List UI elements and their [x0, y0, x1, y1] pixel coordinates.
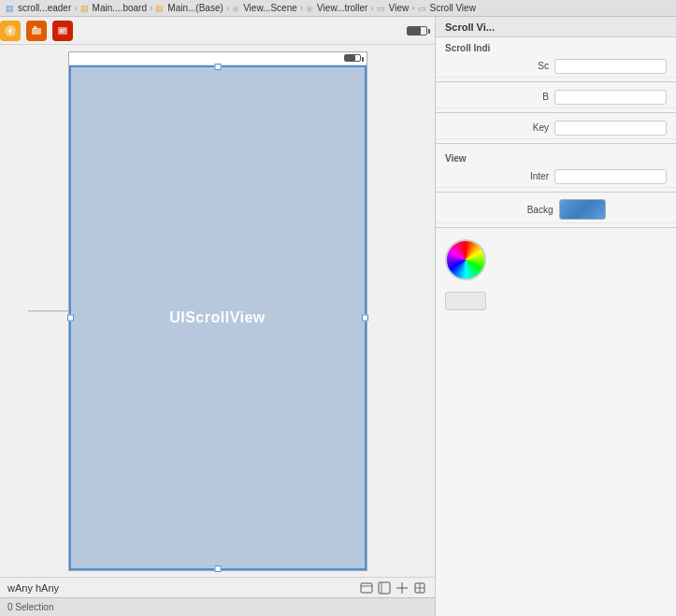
panel-title-label: Scroll Vi... [445, 21, 495, 33]
breadcrumb-label-7: Scroll View [430, 3, 476, 13]
handle-top[interactable] [214, 64, 221, 70]
phone-frame: UIScrollView [68, 51, 367, 571]
breadcrumb-sep-3: › [226, 3, 229, 13]
key-label: Key [445, 122, 554, 133]
breadcrumb-item-3[interactable]: ▤ Main...(Base) [154, 3, 223, 13]
view-section-label: View [436, 148, 676, 165]
key-row: Key [436, 117, 676, 139]
breadcrumb-item-6[interactable]: ▭ View [376, 3, 410, 13]
breadcrumb-label-1: scroll...eader [18, 3, 71, 13]
color-wheel[interactable] [445, 239, 486, 280]
handle-left[interactable] [67, 314, 74, 321]
breadcrumb-sep-2: › [150, 3, 152, 13]
size-icon-2[interactable] [377, 580, 392, 595]
divider-2 [436, 112, 676, 113]
divider-1 [436, 81, 676, 82]
breadcrumb-item-5[interactable]: ◉ View...troller [305, 3, 368, 13]
breadcrumb-sep-1: › [74, 3, 77, 13]
key-value [554, 121, 667, 136]
battery-fill [408, 27, 421, 35]
scene-icon: ◉ [232, 4, 239, 13]
scroll-view-label: UIScrollView [169, 309, 266, 326]
status-footer: 0 Selection [0, 597, 435, 616]
breadcrumb-sep-6: › [411, 3, 414, 13]
handle-right[interactable] [362, 314, 368, 321]
svg-rect-3 [58, 27, 67, 35]
breadcrumb-label-4: View...Scene [243, 3, 297, 13]
right-panel: Scroll Vi... Scroll Indi Sc B Key [435, 17, 676, 616]
size-icon-1[interactable] [359, 580, 374, 595]
folder-icon: ▤ [6, 4, 14, 13]
inter-label: Inter [445, 171, 554, 181]
color-preset-area [436, 288, 676, 314]
red-toolbar-icon[interactable] [52, 21, 73, 41]
storyboard-icon-1: ▤ [80, 4, 89, 13]
phone-battery-icon [344, 54, 361, 62]
divider-5 [436, 227, 676, 228]
breadcrumb-item-7[interactable]: ▭ Scroll View [417, 3, 477, 13]
scroll-indi-section-label: Scroll Indi [436, 37, 676, 55]
breadcrumb-sep-4: › [300, 3, 303, 13]
size-icon-4[interactable] [412, 580, 427, 595]
breadcrumb-label-6: View [389, 3, 410, 13]
breadcrumb-sep-5: › [370, 3, 373, 13]
size-icon-3[interactable] [395, 580, 410, 595]
size-label: wAny hAny [7, 582, 59, 594]
canvas-area: UIScrollView wAny hAny [0, 17, 435, 616]
b-value [554, 90, 667, 105]
selection-status: 0 Selection [7, 602, 53, 612]
panel-title: Scroll Vi... [436, 17, 676, 37]
inter-row: Inter [436, 165, 676, 188]
storyboard-canvas[interactable]: UIScrollView [0, 45, 435, 577]
scroll-indi-row-1: Sc [436, 55, 676, 78]
breadcrumb-label-5: View...troller [317, 3, 367, 13]
storyboard-icon-2: ▤ [155, 4, 164, 13]
divider-4 [436, 192, 676, 193]
breadcrumb-item-4[interactable]: ◉ View...Scene [231, 3, 298, 13]
backg-row: Backg [436, 196, 676, 223]
view-icon-1: ▭ [377, 4, 385, 13]
orange-toolbar-icon[interactable] [26, 21, 47, 41]
view-icon-2: ▭ [418, 4, 426, 13]
toolbar-row [0, 17, 435, 45]
battery-icon [407, 26, 427, 36]
svg-rect-1 [32, 28, 41, 35]
phone-battery-fill [345, 55, 355, 61]
color-picker-area [436, 232, 676, 288]
sc-label: Sc [445, 61, 554, 71]
controller-icon: ◉ [306, 4, 313, 13]
backg-label: Backg [445, 205, 559, 215]
scroll-indi-row-2: B [436, 86, 676, 108]
yellow-toolbar-icon[interactable] [0, 21, 21, 41]
main-content: UIScrollView wAny hAny [0, 17, 676, 616]
breadcrumb-label-3: Main...(Base) [167, 3, 223, 13]
background-color-swatch[interactable] [559, 199, 606, 220]
handle-bottom[interactable] [214, 566, 221, 572]
breadcrumb-item-2[interactable]: ▤ Main....board [79, 3, 148, 13]
svg-rect-6 [361, 583, 372, 593]
bottom-bar: wAny hAny [0, 577, 435, 597]
breadcrumb-bar: ▤ scroll...eader › ▤ Main....board › ▤ M… [0, 0, 676, 17]
sc-value [554, 59, 667, 74]
breadcrumb-label-2: Main....board [93, 3, 147, 13]
divider-3 [436, 143, 676, 144]
inter-value [554, 169, 667, 184]
scroll-view-content[interactable]: UIScrollView [69, 65, 367, 570]
breadcrumb-item-1[interactable]: ▤ scroll...eader [5, 3, 72, 13]
svg-rect-2 [34, 26, 36, 29]
b-label: B [445, 92, 554, 102]
svg-rect-8 [379, 582, 390, 594]
size-icons [359, 580, 427, 595]
color-preset-button[interactable] [445, 292, 486, 310]
